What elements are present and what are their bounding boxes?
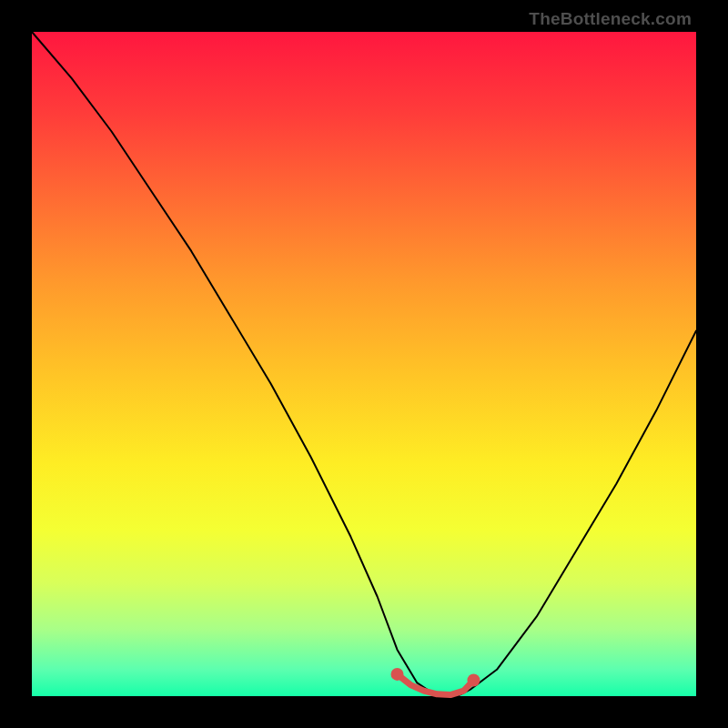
series-container bbox=[32, 32, 696, 696]
marker-left-endpoint bbox=[391, 668, 404, 681]
plot-area bbox=[32, 32, 696, 696]
chart-frame: TheBottleneck.com bbox=[0, 0, 728, 728]
marker-right-endpoint bbox=[467, 673, 480, 686]
series-bottleneck-curve bbox=[32, 32, 696, 696]
watermark-text: TheBottleneck.com bbox=[529, 9, 692, 29]
series-optimal-range bbox=[398, 674, 474, 695]
chart-svg bbox=[32, 32, 696, 696]
